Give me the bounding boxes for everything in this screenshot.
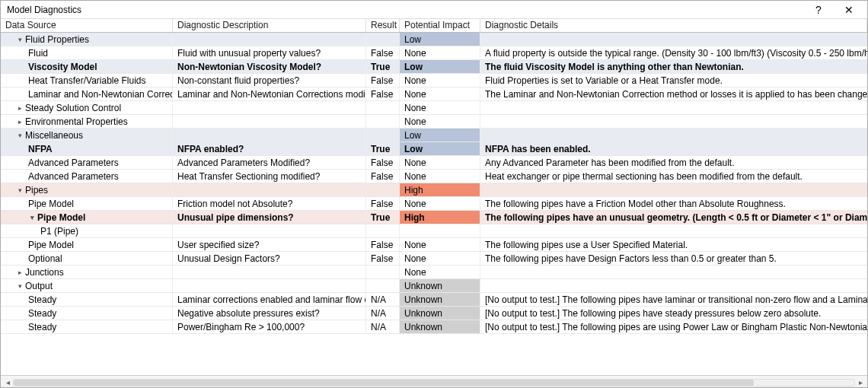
- cell-impact: None: [400, 87, 480, 100]
- cell-result: [366, 115, 400, 128]
- cell-description: [173, 101, 366, 114]
- cell-impact: None: [400, 156, 480, 169]
- table-row[interactable]: Pipe ModelUser specified size?FalseNoneT…: [1, 238, 867, 252]
- table-row[interactable]: ▾Pipe ModelUnusual pipe dimensions?TrueH…: [1, 211, 867, 224]
- table-row[interactable]: OptionalUnusual Design Factors?FalseNone…: [1, 252, 867, 266]
- table-row[interactable]: ▾PipesHigh: [1, 183, 867, 197]
- cell-source[interactable]: Advanced Parameters: [1, 170, 173, 183]
- table-row[interactable]: NFPANFPA enabled?TrueLowNFPA has been en…: [1, 142, 867, 156]
- table-row[interactable]: P1 (Pipe): [1, 224, 867, 238]
- cell-source[interactable]: Pipe Model: [1, 238, 173, 251]
- cell-source[interactable]: ▾Pipe Model: [1, 211, 173, 224]
- source-label: Steady: [28, 293, 56, 306]
- cell-details: Any Advanced Parameter has been modified…: [480, 156, 867, 169]
- chevron-right-icon[interactable]: ▸: [16, 266, 24, 278]
- cell-result: False: [366, 46, 400, 59]
- cell-source[interactable]: Steady: [1, 293, 173, 306]
- cell-result: True: [366, 211, 400, 224]
- chevron-down-icon[interactable]: ▾: [28, 211, 36, 224]
- cell-source[interactable]: ▾Fluid Properties: [1, 33, 173, 46]
- cell-description: Laminar and Non-Newtonian Corrections mo…: [173, 87, 366, 100]
- cell-source[interactable]: ▸Steady Solution Control: [1, 101, 173, 114]
- cell-impact: Unknown: [400, 279, 480, 292]
- cell-details: [480, 33, 867, 46]
- chevron-right-icon[interactable]: ▸: [16, 115, 24, 128]
- cell-source[interactable]: Steady: [1, 320, 173, 333]
- scroll-left-icon[interactable]: ◂: [2, 378, 13, 386]
- chevron-down-icon[interactable]: ▾: [16, 279, 24, 292]
- table-row[interactable]: ▸Environmental PropertiesNone: [1, 115, 867, 129]
- chevron-down-icon[interactable]: ▾: [16, 183, 24, 196]
- cell-description: Fluid with unusual property values?: [173, 46, 366, 59]
- table-row[interactable]: Viscosity ModelNon-Newtonian Viscosity M…: [1, 60, 867, 74]
- cell-source[interactable]: Advanced Parameters: [1, 156, 173, 169]
- table-row[interactable]: ▸Steady Solution ControlNone: [1, 101, 867, 115]
- cell-source[interactable]: Steady: [1, 307, 173, 320]
- chevron-down-icon[interactable]: ▾: [16, 33, 24, 46]
- table-row[interactable]: Laminar and Non-Newtonian CorrectionsLam…: [1, 87, 867, 101]
- cell-source[interactable]: ▾Output: [1, 279, 173, 292]
- table-row[interactable]: ▸JunctionsNone: [1, 266, 867, 279]
- chevron-right-icon[interactable]: ▸: [16, 101, 24, 114]
- cell-source[interactable]: P1 (Pipe): [1, 224, 173, 237]
- cell-result: False: [366, 156, 400, 169]
- window-title: Model Diagnostics: [7, 5, 81, 15]
- source-label: Miscellaneous: [25, 129, 83, 142]
- header-impact[interactable]: Potential Impact: [400, 19, 480, 32]
- cell-source[interactable]: ▸Environmental Properties: [1, 115, 173, 128]
- table-row[interactable]: ▾MiscellaneousLow: [1, 129, 867, 142]
- cell-result: [366, 224, 400, 237]
- header-source[interactable]: Data Source: [1, 19, 173, 32]
- cell-source[interactable]: Laminar and Non-Newtonian Corrections: [1, 87, 173, 100]
- source-label: Steady: [28, 320, 56, 333]
- cell-result: N/A: [366, 293, 400, 306]
- cell-result: False: [366, 252, 400, 265]
- table-row[interactable]: SteadyPower/Bingham Re > 100,000?N/AUnkn…: [1, 320, 867, 334]
- table-row[interactable]: Advanced ParametersAdvanced Parameters M…: [1, 156, 867, 170]
- cell-details: The following pipes have an unusual geom…: [480, 211, 867, 224]
- cell-description: NFPA enabled?: [173, 142, 366, 155]
- cell-source[interactable]: Fluid: [1, 46, 173, 59]
- cell-source[interactable]: Heat Transfer/Variable Fluids: [1, 74, 173, 87]
- cell-source[interactable]: Optional: [1, 252, 173, 265]
- header-desc[interactable]: Diagnostic Description: [173, 19, 366, 32]
- cell-source[interactable]: NFPA: [1, 142, 173, 155]
- cell-source[interactable]: Viscosity Model: [1, 60, 173, 73]
- source-label: Viscosity Model: [28, 60, 97, 73]
- cell-source[interactable]: ▾Pipes: [1, 183, 173, 196]
- cell-details: [480, 183, 867, 196]
- table-row[interactable]: ▾Fluid PropertiesLow: [1, 33, 867, 46]
- cell-result: [366, 183, 400, 196]
- cell-details: [No output to test.] The following pipes…: [480, 307, 867, 320]
- table-row[interactable]: SteadyLaminar corrections enabled and la…: [1, 293, 867, 307]
- table-row[interactable]: Advanced ParametersHeat Transfer Section…: [1, 170, 867, 183]
- cell-description: Friction model not Absolute?: [173, 197, 366, 210]
- cell-details: [480, 279, 867, 292]
- scroll-track[interactable]: [13, 379, 855, 386]
- cell-source[interactable]: ▸Junctions: [1, 266, 173, 278]
- cell-impact: Unknown: [400, 293, 480, 306]
- table-row[interactable]: SteadyNegative absolute pressures exist?…: [1, 307, 867, 320]
- header-result[interactable]: Result: [366, 19, 400, 32]
- table-row[interactable]: Pipe ModelFriction model not Absolute?Fa…: [1, 197, 867, 211]
- help-icon[interactable]: ?: [803, 2, 834, 18]
- source-label: NFPA: [28, 142, 53, 155]
- cell-result: True: [366, 60, 400, 73]
- cell-result: False: [366, 170, 400, 183]
- table-row[interactable]: FluidFluid with unusual property values?…: [1, 46, 867, 60]
- cell-impact: None: [400, 197, 480, 210]
- scroll-thumb[interactable]: [14, 380, 754, 386]
- cell-impact: None: [400, 46, 480, 59]
- cell-impact: None: [400, 115, 480, 128]
- header-details[interactable]: Diagnostic Details: [480, 19, 867, 32]
- cell-source[interactable]: Pipe Model: [1, 197, 173, 210]
- cell-source[interactable]: ▾Miscellaneous: [1, 129, 173, 142]
- grid-body[interactable]: ▾Fluid PropertiesLowFluidFluid with unus…: [1, 33, 867, 375]
- source-label: Optional: [28, 252, 62, 265]
- close-icon[interactable]: ✕: [834, 2, 864, 18]
- scroll-right-icon[interactable]: ▸: [855, 378, 866, 386]
- chevron-down-icon[interactable]: ▾: [16, 129, 24, 142]
- table-row[interactable]: Heat Transfer/Variable FluidsNon-constan…: [1, 74, 867, 87]
- table-row[interactable]: ▾OutputUnknown: [1, 279, 867, 293]
- horizontal-scrollbar[interactable]: ◂ ▸: [1, 375, 867, 388]
